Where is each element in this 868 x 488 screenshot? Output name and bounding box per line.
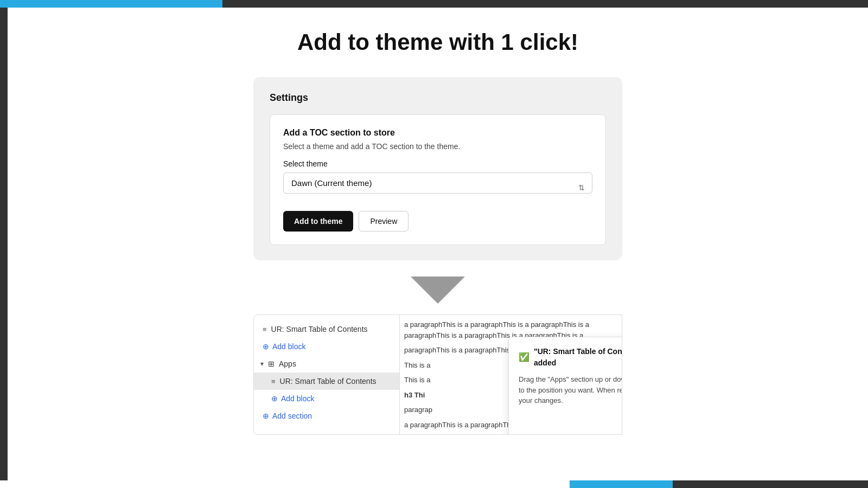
list-item: ≡ UR: Smart Table of Contents	[254, 320, 399, 338]
plus-circle-icon-2: ⊕	[271, 394, 278, 403]
select-wrapper: Dawn (Current theme)	[283, 172, 592, 202]
bottom-bar-right	[673, 480, 868, 488]
add-section-button[interactable]: ⊕ Add section	[254, 407, 399, 425]
left-panel	[0, 8, 8, 480]
sidebar-item-label: UR: Smart Table of Contents	[271, 325, 368, 333]
plus-circle-icon-3: ⊕	[263, 412, 269, 420]
preview-button[interactable]: Preview	[359, 211, 409, 232]
check-circle-icon: ✅	[519, 351, 529, 364]
notification-header: ✅ "UR: Smart Table of Contents" added ✕	[519, 346, 622, 369]
notification-title-row: ✅ "UR: Smart Table of Contents" added	[519, 346, 622, 369]
top-bar	[0, 0, 868, 8]
sidebar-sub-item-label: UR: Smart Table of Contents	[280, 377, 376, 386]
theme-select[interactable]: Dawn (Current theme)	[283, 172, 592, 194]
chevron-down-icon: ▾	[260, 360, 264, 368]
bottom-bar	[0, 480, 868, 488]
toc-section-subtitle: Select a theme and add a TOC section to …	[283, 142, 592, 151]
button-row: Add to theme Preview	[283, 211, 592, 232]
plus-circle-icon: ⊕	[263, 342, 269, 351]
toc-section-box: Add a TOC section to store Select a them…	[270, 114, 606, 245]
bottom-bar-mid	[570, 480, 673, 488]
select-theme-label: Select theme	[283, 159, 592, 168]
top-bar-right	[222, 0, 868, 8]
apps-icon: ⊞	[268, 359, 275, 368]
content-area: a paragraphThis is a paragraphThis is a …	[400, 314, 622, 435]
arrow-down-icon	[411, 277, 465, 304]
list-icon: ≡	[271, 377, 276, 386]
toc-section-title: Add a TOC section to store	[283, 128, 592, 138]
main-content: Add to theme with 1 click! Settings Add …	[8, 8, 868, 480]
add-block-button-2[interactable]: ⊕ Add block	[254, 390, 399, 407]
page-title: Add to theme with 1 click!	[297, 29, 578, 55]
add-to-theme-button[interactable]: Add to theme	[283, 211, 353, 232]
settings-card-title: Settings	[270, 92, 606, 104]
top-bar-left	[0, 0, 222, 8]
settings-card: Settings Add a TOC section to store Sele…	[253, 77, 622, 260]
bottom-bar-left	[0, 480, 570, 488]
bottom-section: ≡ UR: Smart Table of Contents ⊕ Add bloc…	[253, 314, 622, 435]
add-block-button-1[interactable]: ⊕ Add block	[254, 338, 399, 355]
list-icon: ≡	[263, 325, 267, 333]
notification-title: "UR: Smart Table of Contents" added	[534, 346, 622, 369]
notification-popup: ✅ "UR: Smart Table of Contents" added ✕ …	[508, 337, 622, 435]
apps-label: Apps	[279, 359, 296, 368]
apps-row: ▾ ⊞ Apps	[254, 355, 399, 373]
sidebar-panel: ≡ UR: Smart Table of Contents ⊕ Add bloc…	[253, 314, 400, 435]
list-item: ≡ UR: Smart Table of Contents	[254, 373, 399, 390]
notification-body: Drag the "Apps" section up or down to mo…	[519, 374, 622, 406]
